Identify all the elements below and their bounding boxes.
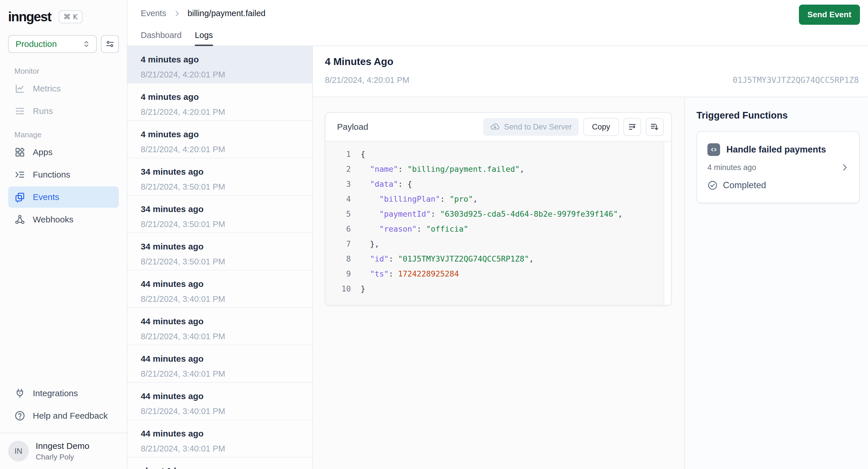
event-relative-time: 34 minutes ago xyxy=(141,204,312,214)
event-timestamp: 8/21/2024, 3:40:01 PM xyxy=(141,407,312,416)
tab-logs[interactable]: Logs xyxy=(195,31,213,46)
event-list-item[interactable]: 4 minutes ago 8/21/2024, 4:20:01 PM xyxy=(127,46,312,84)
event-detail-timestamp: 8/21/2024, 4:20:01 PM xyxy=(325,75,409,85)
tab-dashboard[interactable]: Dashboard xyxy=(141,31,182,46)
sidebar-item-label: Help and Feedback xyxy=(33,411,107,421)
triggered-function-card[interactable]: Handle failed payments 4 minutes ago Com… xyxy=(696,131,860,203)
sidebar-nav: Monitor Metrics Runs Manage Apps Functio xyxy=(8,58,119,231)
sidebar-item-integrations[interactable]: Integrations xyxy=(8,383,119,404)
copy-button[interactable]: Copy xyxy=(583,118,619,136)
scroll-to-bottom-button[interactable] xyxy=(646,118,664,136)
code-line: 9 "ts": 1724228925284 xyxy=(326,267,671,281)
line-number: 8 xyxy=(326,251,351,267)
event-relative-time: 34 minutes ago xyxy=(141,167,312,177)
line-number: 10 xyxy=(326,281,351,296)
function-code-icon xyxy=(707,143,720,156)
inngest-logo[interactable]: inngest xyxy=(8,9,51,25)
logo-row: inngest ⌘ K xyxy=(8,7,119,26)
code-line: 2 "name": "billing/payment.failed", xyxy=(326,162,671,177)
environment-select[interactable]: Production xyxy=(8,35,97,53)
code-line: 4 "billingPlan": "pro", xyxy=(326,192,671,207)
event-timestamp: 8/21/2024, 3:50:01 PM xyxy=(141,257,312,267)
sidebar-footer: Integrations Help and Feedback IN Innges… xyxy=(8,381,119,462)
line-number: 9 xyxy=(326,267,351,281)
function-run-time: 4 minutes ago xyxy=(707,163,840,172)
event-list-item[interactable]: 44 minutes ago 8/21/2024, 3:40:01 PM xyxy=(127,308,312,345)
functions-list-icon xyxy=(14,169,25,180)
sidebar-item-label: Functions xyxy=(33,170,70,180)
sidebar-item-label: Runs xyxy=(33,106,53,116)
sliders-icon xyxy=(105,39,115,49)
webhook-icon xyxy=(14,214,25,225)
sidebar-item-label: Metrics xyxy=(33,84,61,94)
user-org: Inngest Demo xyxy=(36,441,90,451)
event-list-item[interactable]: 4 minutes ago 8/21/2024, 4:20:01 PM xyxy=(127,84,312,121)
line-number: 7 xyxy=(326,237,351,251)
wrap-text-button[interactable] xyxy=(623,118,641,136)
event-list-item[interactable]: 4 minutes ago 8/21/2024, 4:20:01 PM xyxy=(127,121,312,158)
tabs: Dashboard Logs xyxy=(141,31,213,46)
environment-label: Production xyxy=(16,39,82,49)
chevron-right-icon xyxy=(173,10,181,17)
code-line: 7 }, xyxy=(326,237,671,251)
sidebar-item-runs[interactable]: Runs xyxy=(8,100,119,122)
event-relative-time: 44 minutes ago xyxy=(141,429,312,438)
event-relative-time: 44 minutes ago xyxy=(141,316,312,326)
sidebar-item-functions[interactable]: Functions xyxy=(8,164,119,185)
sidebar-item-label: Events xyxy=(33,192,59,202)
send-to-dev-server-label: Send to Dev Server xyxy=(504,123,572,131)
chevron-up-down-icon xyxy=(82,39,91,49)
code-line: 1{ xyxy=(326,147,671,162)
line-number: 2 xyxy=(326,162,351,177)
sidebar-item-apps[interactable]: Apps xyxy=(8,142,119,163)
topbar: Events billing/payment.failed Dashboard … xyxy=(127,0,868,46)
event-list: 4 minutes ago 8/21/2024, 4:20:01 PM 4 mi… xyxy=(127,46,313,469)
runs-list-icon xyxy=(14,105,25,117)
sidebar-item-label: Webhooks xyxy=(33,215,73,224)
sidebar-item-help[interactable]: Help and Feedback xyxy=(8,405,119,427)
event-timestamp: 8/21/2024, 3:40:01 PM xyxy=(141,444,312,454)
payload-code-block: 1{2 "name": "billing/payment.failed",3 "… xyxy=(326,142,671,305)
event-list-item[interactable]: 44 minutes ago 8/21/2024, 3:40:01 PM xyxy=(127,420,312,458)
event-list-item[interactable]: 34 minutes ago 8/21/2024, 3:50:01 PM xyxy=(127,158,312,196)
function-name: Handle failed payments xyxy=(726,145,826,155)
event-relative-time: 44 minutes ago xyxy=(141,354,312,364)
code-line: 6 "reason": "officia" xyxy=(326,222,671,237)
chevron-right-icon xyxy=(840,163,849,172)
sidebar-item-label: Integrations xyxy=(33,388,78,398)
event-timestamp: 8/21/2024, 3:50:01 PM xyxy=(141,220,312,229)
event-relative-time: 44 minutes ago xyxy=(141,279,312,289)
sidebar-item-metrics[interactable]: Metrics xyxy=(8,78,119,99)
sidebar-divider xyxy=(0,433,127,433)
line-number: 6 xyxy=(326,222,351,237)
event-detail-header: 4 Minutes Ago 8/21/2024, 4:20:01 PM 01J5… xyxy=(313,46,868,97)
section-label-monitor: Monitor xyxy=(14,67,119,76)
event-timestamp: 8/21/2024, 4:20:01 PM xyxy=(141,107,312,117)
event-list-item[interactable]: 34 minutes ago 8/21/2024, 3:50:01 PM xyxy=(127,196,312,233)
display-settings-button[interactable] xyxy=(101,35,119,53)
command-k-shortcut[interactable]: ⌘ K xyxy=(59,10,83,23)
send-to-dev-server-button[interactable]: Send to Dev Server xyxy=(483,118,579,136)
sidebar-item-label: Apps xyxy=(33,147,52,157)
sidebar-item-webhooks[interactable]: Webhooks xyxy=(8,209,119,230)
payload-column: Payload Send to Dev Server Copy xyxy=(313,98,684,469)
metrics-chart-icon xyxy=(14,83,25,94)
lines-arrow-down-icon xyxy=(650,122,660,132)
breadcrumb-events-link[interactable]: Events xyxy=(141,9,166,18)
code-scrollbar[interactable] xyxy=(664,142,671,305)
sidebar-item-events[interactable]: Events xyxy=(8,186,119,208)
event-list-item[interactable]: 44 minutes ago 8/21/2024, 3:40:01 PM xyxy=(127,345,312,383)
line-number: 1 xyxy=(326,147,351,162)
payload-actions: Send to Dev Server Copy xyxy=(483,118,664,136)
event-list-item[interactable]: 34 minutes ago 8/21/2024, 3:50:01 PM xyxy=(127,233,312,271)
event-detail-title: 4 Minutes Ago xyxy=(325,56,394,67)
user-menu[interactable]: IN Inngest Demo Charly Poly xyxy=(8,441,119,462)
line-number: 3 xyxy=(326,177,351,192)
event-list-item[interactable]: about 1 hour ago xyxy=(127,458,312,469)
event-timestamp: 8/21/2024, 3:50:01 PM xyxy=(141,182,312,192)
triggered-functions-heading: Triggered Functions xyxy=(696,110,859,121)
event-list-item[interactable]: 44 minutes ago 8/21/2024, 3:40:01 PM xyxy=(127,271,312,308)
payload-card: Payload Send to Dev Server Copy xyxy=(325,112,672,306)
send-event-button[interactable]: Send Event xyxy=(799,5,860,25)
event-list-item[interactable]: 44 minutes ago 8/21/2024, 3:40:01 PM xyxy=(127,383,312,420)
